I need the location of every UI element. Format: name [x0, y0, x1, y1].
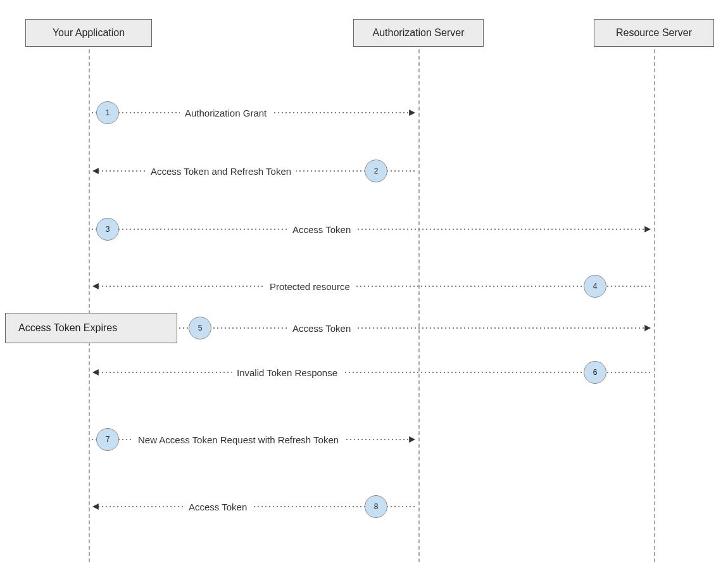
step-8-label: Access Token: [184, 500, 252, 514]
step-7-marker: 7: [96, 428, 119, 451]
step-4-label: Protected resource: [265, 280, 355, 293]
step-5-marker: 5: [189, 317, 211, 339]
step-1-marker: 1: [96, 101, 119, 124]
step-5-label: Access Token: [287, 322, 356, 335]
step-3-label: Access Token: [287, 223, 356, 236]
message-arrows: [0, 0, 728, 575]
step-1-label: Authorization Grant: [180, 106, 272, 120]
step-3-marker: 3: [96, 218, 119, 241]
note-access-token-expires: Access Token Expires: [5, 313, 177, 343]
step-8-marker: 8: [365, 495, 387, 518]
step-4-marker: 4: [584, 275, 606, 298]
step-6-label: Invalid Token Response: [232, 366, 342, 379]
step-2-marker: 2: [365, 160, 387, 182]
step-6-marker: 6: [584, 361, 606, 384]
step-7-label: New Access Token Request with Refresh To…: [133, 433, 344, 446]
step-2-label: Access Token and Refresh Token: [146, 165, 296, 178]
